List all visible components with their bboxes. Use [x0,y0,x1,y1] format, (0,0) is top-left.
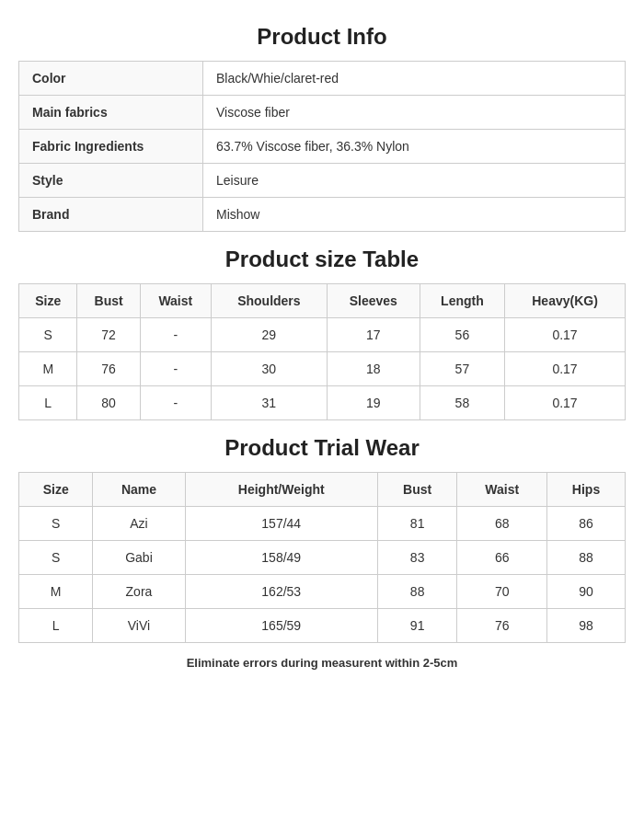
info-value: Mishow [203,198,626,232]
size-table-header: Sleeves [327,284,420,318]
trial-table-cell: 70 [457,575,547,609]
trial-table-cell: 86 [547,507,626,541]
size-table-header: Shoulders [211,284,327,318]
size-table-cell: 80 [77,386,140,420]
info-label: Fabric Ingredients [19,130,203,164]
info-table-row: BrandMishow [19,198,626,232]
trial-table-cell: 88 [377,575,456,609]
trial-table-cell: 90 [547,575,626,609]
trial-table-cell: 83 [377,541,456,575]
trial-table-row: LViVi165/59917698 [19,609,626,643]
info-value: Leisure [203,164,626,198]
size-table-cell: 58 [420,386,504,420]
size-table-row: L80-3119580.17 [19,386,626,420]
info-value: Viscose fiber [203,96,626,130]
trial-table-cell: 162/53 [185,575,377,609]
trial-table-cell: M [19,575,93,609]
trial-table-cell: S [19,507,93,541]
info-value: Black/Whie/claret-red [203,62,626,96]
size-table-cell: 72 [77,318,140,352]
info-label: Main fabrics [19,96,203,130]
size-table-cell: 31 [211,386,327,420]
trial-table-cell: S [19,541,93,575]
trial-table-cell: ViVi [93,609,185,643]
trial-table-cell: Zora [93,575,185,609]
size-table-cell: - [140,318,211,352]
trial-table-cell: 88 [547,541,626,575]
product-info-table: ColorBlack/Whie/claret-redMain fabricsVi… [18,61,626,232]
size-table-cell: 0.17 [505,352,626,386]
size-table-row: S72-2917560.17 [19,318,626,352]
trial-table-cell: 68 [457,507,547,541]
page-container: Product Info ColorBlack/Whie/claret-redM… [0,0,644,688]
size-table-cell: M [19,352,77,386]
size-table-cell: S [19,318,77,352]
trial-table-cell: 76 [457,609,547,643]
trial-table-header: Hips [547,473,626,507]
size-table: SizeBustWaistShouldersSleevesLengthHeavy… [18,283,626,420]
size-table-header: Size [19,284,77,318]
trial-table-header: Name [93,473,185,507]
info-label: Color [19,62,203,96]
size-table-cell: - [140,352,211,386]
size-table-title: Product size Table [18,247,626,272]
size-table-cell: 56 [420,318,504,352]
size-table-cell: - [140,386,211,420]
trial-table-row: SGabi158/49836688 [19,541,626,575]
trial-wear-table: SizeNameHeight/WeightBustWaistHips SAzi1… [18,472,626,643]
trial-table-cell: 66 [457,541,547,575]
size-table-cell: 30 [211,352,327,386]
size-table-cell: 17 [327,318,420,352]
info-table-row: Main fabricsViscose fiber [19,96,626,130]
trial-table-row: MZora162/53887090 [19,575,626,609]
trial-table-header: Bust [377,473,456,507]
trial-table-cell: Azi [93,507,185,541]
info-table-row: Fabric Ingredients63.7% Viscose fiber, 3… [19,130,626,164]
info-table-row: StyleLeisure [19,164,626,198]
trial-table-header: Waist [457,473,547,507]
disclaimer-text: Eliminate errors during measurent within… [18,656,626,670]
size-table-cell: 76 [77,352,140,386]
size-table-cell: 0.17 [505,318,626,352]
trial-table-cell: 157/44 [185,507,377,541]
product-info-title: Product Info [18,24,626,50]
trial-table-cell: 98 [547,609,626,643]
size-table-header: Waist [140,284,211,318]
info-label: Brand [19,198,203,232]
trial-table-cell: 81 [377,507,456,541]
trial-table-header: Size [19,473,93,507]
size-table-cell: 29 [211,318,327,352]
trial-table-cell: 158/49 [185,541,377,575]
trial-table-cell: Gabi [93,541,185,575]
trial-table-row: SAzi157/44816886 [19,507,626,541]
size-table-cell: L [19,386,77,420]
size-table-row: M76-3018570.17 [19,352,626,386]
info-label: Style [19,164,203,198]
size-table-cell: 19 [327,386,420,420]
size-table-header: Bust [77,284,140,318]
trial-table-cell: 91 [377,609,456,643]
size-table-header: Length [420,284,504,318]
info-value: 63.7% Viscose fiber, 36.3% Nylon [203,130,626,164]
size-table-cell: 57 [420,352,504,386]
size-table-cell: 18 [327,352,420,386]
trial-table-cell: L [19,609,93,643]
trial-table-header: Height/Weight [185,473,377,507]
trial-wear-title: Product Trial Wear [18,435,626,461]
size-table-header: Heavy(KG) [505,284,626,318]
info-table-row: ColorBlack/Whie/claret-red [19,62,626,96]
trial-table-cell: 165/59 [185,609,377,643]
size-table-cell: 0.17 [505,386,626,420]
